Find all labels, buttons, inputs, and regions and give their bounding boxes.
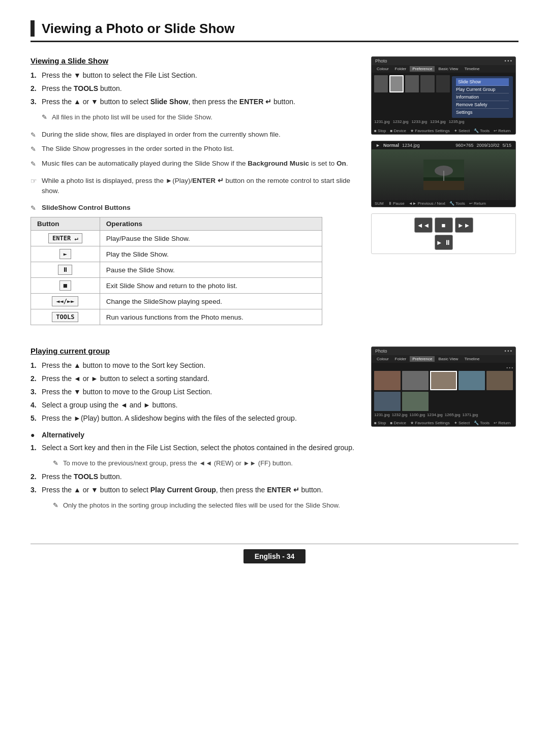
remote-btn-empty2 — [455, 235, 473, 250]
tab-preference: Preference — [410, 66, 435, 72]
section1-side: Photo • • • Colour Folder Preference Bas… — [371, 56, 518, 334]
bottom-label-fav: ★ Favourites Settings — [410, 129, 450, 133]
sub-note-text: Only the photos in the sorting group inc… — [63, 500, 340, 511]
popup-item-5: Settings — [456, 109, 509, 116]
thumb-cell — [402, 371, 429, 390]
pb-tools: 🔧 Tools — [449, 201, 465, 206]
remote-btn-empty1 — [414, 235, 433, 250]
footer-badge: English - 34 — [243, 549, 306, 563]
tab3-folder: Folder — [392, 356, 409, 362]
bullet-icon: ● — [30, 430, 42, 440]
playback-image — [423, 160, 464, 190]
op-stop: Exit Slide Show and return to the photo … — [100, 278, 322, 294]
control-table-heading: ✎ SlideShow Control Buttons — [30, 203, 355, 213]
bottom-label-tools: 🔧 Tools — [474, 129, 490, 133]
thumb-cell — [459, 371, 485, 390]
tab3-timeline: Timeline — [462, 356, 482, 362]
thumb-cell — [374, 371, 401, 390]
screen-title-1: Photo — [375, 58, 387, 64]
bottom3-stop: ■ Stop — [374, 421, 386, 425]
alt-steps: 1. Select a Sort key and then in the Fil… — [30, 443, 355, 453]
popup-item-2: Play Current Group — [456, 86, 509, 93]
screen-tabs-3: Colour Folder Preference Basic View Time… — [372, 355, 515, 363]
step-content: Select a Sort key and then in the File L… — [42, 443, 355, 453]
remote-btn-rew: ◄◄ — [414, 217, 433, 233]
alt-steps-2: 2. Press the TOOLS button. 3. Press the … — [30, 471, 355, 495]
bottom-label-select: ✦ Select — [454, 129, 470, 133]
step-content: Press the ►(Play) button. A slideshow be… — [42, 413, 355, 424]
thumb-cell — [374, 75, 388, 92]
sub-note-3: ✎ All files in the photo list will be us… — [42, 112, 355, 122]
section1-steps: 1. Press the ▼ button to select the File… — [30, 70, 355, 107]
note-icon-1: ✎ — [30, 130, 42, 140]
play-step-3: 3. Press the ▼ button to move to the Gro… — [30, 387, 355, 397]
alt-sub-1: ✎ To move to the previous/next group, pr… — [53, 458, 355, 468]
table-row: TOOLS Run various functions from the Pho… — [31, 309, 322, 325]
remote-btn-play-pause: ► ⏸ — [435, 235, 453, 250]
step-num: 2. — [30, 83, 42, 94]
play-step-1: 1. Press the ▲ button to move to the Sor… — [30, 360, 355, 371]
step-num: 1. — [30, 360, 42, 371]
screen-dots-1: • • • — [505, 58, 512, 64]
step-content: Press the ▲ or ▼ button to select Slide … — [42, 97, 355, 107]
thumb-bottom-bar-3: ■ Stop ■ Device ★ Favourites Settings ✦ … — [372, 420, 515, 426]
screen-title-3: Photo — [375, 349, 387, 354]
tab-basic-view: Basic View — [436, 66, 461, 72]
page-title: Viewing a Photo or Slide Show — [42, 21, 234, 37]
label-4: 1234.jpg — [427, 413, 443, 417]
alt-sub-2: ✎ Only the photos in the sorting group i… — [53, 500, 355, 511]
play-step-2: 2. Press the ◄ or ► button to select a s… — [30, 373, 355, 384]
btn-enter: ENTER ↵ — [31, 231, 100, 246]
step-content: Press the ▲ button to move to the Sort k… — [42, 360, 355, 371]
control-table: Button Operations ENTER ↵ Play/Pause the… — [30, 217, 322, 325]
thumb-cell — [486, 371, 513, 390]
label-6: 1371.jpg — [463, 413, 478, 417]
playback-bottom: SUM ⏸ Pause ◄► Previous / Next 🔧 Tools ↩… — [372, 200, 515, 207]
section2-main: Playing current group 1. Press the ▲ but… — [30, 346, 355, 513]
table-row: ■ Exit Slide Show and return to the phot… — [31, 278, 322, 294]
popup-item-4: Remove Safety — [456, 101, 509, 109]
step-num: 3. — [30, 387, 42, 397]
play-date: 2009/10/02 — [476, 143, 499, 148]
step-3: 3. Press the ▲ or ▼ button to select Sli… — [30, 97, 355, 107]
screen-header-3: Photo • • • — [372, 347, 515, 355]
bottom-label-return: ↩ Return — [494, 129, 510, 133]
note-text-2: The Slide Show progresses in the order s… — [42, 144, 234, 154]
section2-steps: 1. Press the ▲ button to move to the Sor… — [30, 360, 355, 424]
svg-rect-4 — [423, 181, 464, 190]
thumb-grid-3 — [374, 371, 513, 411]
bottom-label-stop: ■ Stop — [374, 129, 386, 133]
btn-pause: ⏸ — [31, 262, 100, 278]
memo-note: ☞ While a photo list is displayed, press… — [30, 176, 355, 197]
thumb-cell — [402, 392, 429, 411]
alternatively-heading: ● Alternatively — [30, 430, 355, 440]
note-1: ✎ During the slide show, files are displ… — [30, 130, 355, 140]
play-filename: 1234.jpg — [402, 143, 420, 148]
step-num: 3. — [30, 97, 42, 107]
note-text-1: During the slide show, files are display… — [42, 130, 281, 140]
table-col1: Button — [31, 217, 100, 231]
note-icon-2: ✎ — [30, 144, 42, 154]
remote-btn-ff: ►► — [455, 217, 473, 233]
btn-stop: ■ — [31, 278, 100, 294]
tab3-basic-view: Basic View — [436, 356, 461, 362]
sub-note-text: All files in the photo list will be used… — [52, 112, 212, 122]
popup-item-1: Slide Show — [456, 78, 509, 86]
table-row: ENTER ↵ Play/Pause the Slide Show. — [31, 231, 322, 246]
step-content: Press the ▲ or ▼ button to select Play C… — [42, 485, 355, 495]
thumb-cell — [374, 392, 401, 411]
note-icon: ✎ — [42, 112, 52, 122]
btn-tools: TOOLS — [31, 309, 100, 325]
note-icon-3: ✎ — [30, 159, 42, 169]
pb-pause: ⏸ Pause — [388, 201, 405, 206]
bottom3-fav: ★ Favourites Settings — [410, 421, 450, 425]
label-5: 1265.jpg — [445, 413, 461, 417]
op-play: Play the Slide Show. — [100, 246, 322, 262]
thumb-cell — [420, 75, 434, 92]
table-row: ⏸ Pause the Slide Show. — [31, 262, 322, 278]
tab3-colour: Colour — [374, 356, 391, 362]
thumb-grid-1 — [374, 75, 450, 92]
thumb-label-4: 1234.jpg — [430, 119, 446, 124]
page-title-bar: Viewing a Photo or Slide Show — [30, 20, 518, 42]
play-step-4: 4. Select a group using the ◄ and ► butt… — [30, 400, 355, 411]
